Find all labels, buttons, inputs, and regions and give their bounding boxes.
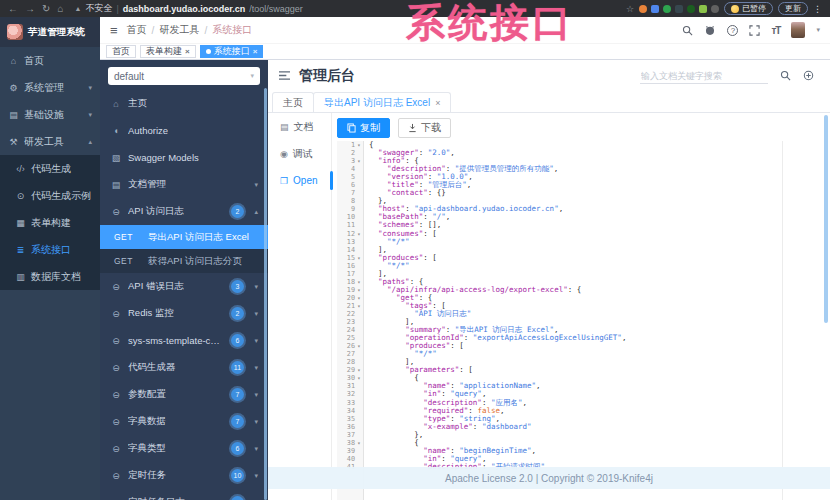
fold-icon[interactable]: ▾ [355, 366, 363, 374]
tag-首页[interactable]: 首页 [106, 45, 136, 58]
gutter-line: 12▾ [337, 230, 363, 238]
download-button[interactable]: 下载 [398, 118, 451, 138]
help-icon[interactable]: ? [727, 25, 738, 36]
code-line: "parameters": [ [369, 366, 823, 374]
mini-tab-label: Open [293, 175, 317, 186]
api-item-主页[interactable]: ⌂主页 [100, 90, 268, 117]
fold-icon[interactable]: ▾ [355, 278, 363, 286]
search-icon[interactable] [682, 25, 693, 36]
fold-icon[interactable]: ▾ [355, 302, 363, 310]
doc-tab-导出API 访问日志 Excel[interactable]: 导出API 访问日志 Excel× [313, 92, 451, 112]
mini-tab-Open[interactable]: ❐Open [268, 167, 331, 194]
group-select[interactable]: default ▾ [108, 67, 260, 85]
fold-icon[interactable]: ▾ [355, 141, 363, 149]
collapse-icon[interactable] [278, 67, 291, 85]
api-group-定时任务日志[interactable]: ⊖定时任务日志4▾ [100, 489, 268, 500]
group-icon: ⊖ [110, 282, 122, 292]
line-number: 35 [337, 415, 355, 423]
avatar[interactable] [791, 22, 805, 38]
api-group-sys-sms-template-controller[interactable]: ⊖sys-sms-template-controller6▾ [100, 327, 268, 354]
fold-icon[interactable]: ▾ [355, 439, 363, 447]
sidebar-item-首页[interactable]: ⌂首页 [0, 47, 100, 74]
fold-icon[interactable]: ▾ [355, 230, 363, 238]
fold-icon[interactable]: ▾ [355, 294, 363, 302]
sidebar-item-系统管理[interactable]: ⚙系统管理▾ [0, 74, 100, 101]
line-number: 36 [337, 423, 355, 431]
api-item-Authorize[interactable]: ◖Authorize [100, 117, 268, 144]
api-group-API 访问日志[interactable]: ⊖API 访问日志2▴ [100, 198, 268, 225]
breadcrumb-home[interactable]: 首页 [127, 23, 147, 37]
doc-search-input[interactable] [640, 69, 768, 84]
line-number: 13 [337, 238, 355, 246]
forward-icon[interactable]: → [25, 4, 35, 14]
extension-icon[interactable] [675, 5, 683, 13]
extension-icon[interactable] [639, 5, 647, 13]
close-icon[interactable]: × [435, 98, 440, 108]
search-icon[interactable] [780, 67, 791, 85]
sidebar-subitem-代码生成[interactable]: ‹/›代码生成 [0, 155, 100, 182]
github-icon[interactable] [704, 25, 716, 36]
operation-导出API 访问日志 Excel[interactable]: GET导出API 访问日志 Excel [100, 225, 268, 249]
extension-icon[interactable] [651, 5, 659, 13]
sidebar-item-研发工具[interactable]: ⚒研发工具▴ [0, 128, 100, 155]
code-line: }, [369, 431, 823, 439]
api-group-参数配置[interactable]: ⊖参数配置7▾ [100, 381, 268, 408]
line-number: 21 [337, 302, 355, 310]
bookmark-star-icon[interactable]: ☆ [626, 4, 634, 14]
line-number: 32 [337, 390, 355, 398]
code-editor[interactable]: 1▾2 3▾4 5 6 7 8 9 10 11 12▾13 14 15▾16 1… [337, 141, 823, 500]
fold-icon[interactable]: ▾ [355, 157, 363, 165]
browser-menu-icon[interactable]: ⋮ [813, 4, 822, 14]
operation-获得API 访问日志分页[interactable]: GET获得API 访问日志分页 [100, 249, 268, 273]
lock-icon: ◖ [110, 126, 122, 136]
chevron-down-icon[interactable]: ▾ [816, 26, 820, 34]
api-group-字典数据[interactable]: ⊖字典数据7▾ [100, 408, 268, 435]
close-icon[interactable]: × [253, 47, 258, 56]
tag-表单构建[interactable]: 表单构建× [140, 45, 196, 58]
content-scrollbar[interactable] [824, 115, 828, 323]
extension-icon[interactable] [663, 5, 671, 13]
fold-icon[interactable]: ▾ [355, 286, 363, 294]
extension-icon[interactable] [699, 5, 707, 13]
api-group-定时任务[interactable]: ⊖定时任务10▾ [100, 462, 268, 489]
update-button[interactable]: 更新 [778, 2, 808, 15]
doc-tab-主页[interactable]: 主页 [272, 92, 314, 112]
sidebar-subitem-表单构建[interactable]: ▦表单构建 [0, 209, 100, 236]
back-icon[interactable]: ← [8, 4, 18, 14]
breadcrumb-devtools[interactable]: 研发工具 [159, 23, 199, 37]
expand-icon[interactable] [803, 67, 814, 85]
sidebar-scrollbar[interactable] [264, 88, 267, 500]
hamburger-icon[interactable]: ≡ [110, 23, 118, 38]
mini-tab-调试[interactable]: ◉调试 [268, 140, 331, 167]
extension-icon[interactable] [711, 5, 719, 13]
address-bar[interactable]: ▲ 不安全 | dashboard.yudao.iocoder.cn/tool/… [74, 2, 302, 15]
sidebar-item-基础设施[interactable]: ▤基础设施▾ [0, 101, 100, 128]
sidebar-subitem-系统接口[interactable]: ≣系统接口 [0, 236, 100, 263]
reload-icon[interactable]: ↻ [42, 4, 50, 14]
api-group-API 错误日志[interactable]: ⊖API 错误日志3▾ [100, 273, 268, 300]
api-item-文档管理[interactable]: ▤文档管理▾ [100, 171, 268, 198]
chevron-down-icon: ▾ [250, 418, 258, 426]
fold-icon[interactable]: ▾ [355, 342, 363, 350]
sidebar-subitem-数据库文档[interactable]: ▥数据库文档 [0, 263, 100, 290]
close-icon[interactable]: × [185, 47, 190, 56]
api-group-Redis 监控[interactable]: ⊖Redis 监控2▾ [100, 300, 268, 327]
api-item-Swagger Models[interactable]: ▧Swagger Models [100, 144, 268, 171]
api-group-字典类型[interactable]: ⊖字典类型6▾ [100, 435, 268, 462]
fullscreen-icon[interactable] [749, 25, 760, 36]
sidebar-subitem-代码生成示例[interactable]: ⊙代码生成示例 [0, 182, 100, 209]
app-logo[interactable]: 芋道管理系统 [0, 17, 100, 47]
fold-icon[interactable]: ▾ [355, 254, 363, 262]
api-group-代码生成器[interactable]: ⊖代码生成器11▾ [100, 354, 268, 381]
copy-button[interactable]: 复制 [337, 118, 390, 138]
chevron-down-icon: ▾ [250, 391, 258, 399]
group-icon: ⊖ [110, 444, 122, 454]
doc-icon: ▤ [110, 180, 122, 190]
browser-home-icon[interactable]: ⌂ [57, 4, 63, 14]
mini-tab-文档[interactable]: ▤文档 [268, 113, 331, 140]
paused-button[interactable]: 已暂停 [724, 2, 773, 15]
font-size-icon[interactable]: тT [771, 25, 780, 36]
fold-icon[interactable]: ▾ [355, 374, 363, 382]
tag-系统接口[interactable]: 系统接口× [200, 45, 264, 58]
extension-icon[interactable] [687, 5, 695, 13]
